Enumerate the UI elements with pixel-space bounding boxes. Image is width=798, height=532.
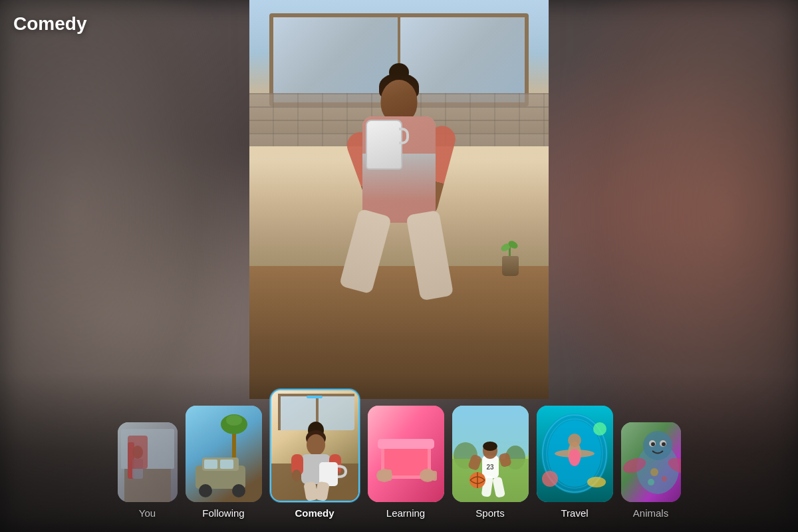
nav-label-following: Following [202,507,244,519]
svg-point-77 [651,442,655,446]
svg-point-69 [542,471,558,487]
svg-point-28 [292,469,301,481]
svg-rect-5 [132,459,143,479]
nav-thumb-following[interactable] [186,406,262,502]
nav-thumb-sports[interactable]: 23 [452,406,529,502]
svg-point-9 [226,415,242,426]
milk-jug-handle [399,128,409,144]
svg-rect-1 [121,429,174,469]
nav-thumb-for-you[interactable] [118,422,178,502]
nav-thumb-comedy[interactable] [270,389,360,502]
nav-items-container: You [104,389,694,519]
nav-item-learning[interactable]: Learning [368,406,444,519]
nav-item-following[interactable]: Following [186,406,262,519]
nav-label-animals: Animals [633,507,668,519]
nav-label-for-you: You [139,507,156,519]
svg-rect-15 [220,460,233,469]
vase [502,256,519,276]
svg-point-13 [232,484,245,497]
svg-point-81 [650,468,658,476]
svg-rect-44 [432,471,437,481]
svg-rect-40 [382,469,387,481]
svg-point-65 [568,434,581,447]
svg-point-4 [132,446,143,459]
center-video[interactable] [249,0,549,399]
nav-item-travel[interactable]: Travel [537,406,613,519]
leg-left [339,209,392,295]
nav-label-comedy: Comedy [295,507,334,519]
svg-rect-41 [387,469,392,481]
svg-rect-18 [278,394,281,430]
leg-right [406,210,454,301]
svg-rect-14 [204,460,217,469]
nav-thumb-travel[interactable] [537,406,613,502]
svg-point-83 [648,479,654,485]
video-scene [249,0,549,399]
svg-point-57 [483,442,497,451]
nav-item-comedy[interactable]: Comedy [270,389,360,519]
svg-point-70 [593,422,606,436]
nav-thumb-learning[interactable] [368,406,444,502]
svg-point-24 [307,434,325,456]
nav-label-learning: Learning [386,507,425,519]
active-indicator [307,396,323,398]
nav-label-travel: Travel [561,507,588,519]
nav-item-sports[interactable]: 23 Sports [452,406,529,519]
svg-point-12 [199,484,212,497]
nav-label-sports: Sports [475,507,504,519]
svg-rect-42 [423,469,428,481]
nav-thumb-animals[interactable] [621,422,681,502]
svg-point-71 [587,477,606,487]
svg-point-66 [569,449,581,466]
svg-point-82 [662,476,667,481]
bottom-navigation: You [0,372,798,532]
svg-rect-39 [378,471,382,481]
person-legs [359,213,439,306]
svg-rect-43 [428,469,432,481]
person [326,80,472,332]
active-category-title: Comedy [13,13,86,35]
svg-rect-36 [378,439,434,449]
svg-point-78 [662,442,666,446]
nav-item-animals[interactable]: Animals [621,422,681,519]
svg-text:23: 23 [486,464,494,471]
plant-decoration [499,239,522,276]
svg-point-74 [643,431,672,460]
milk-jug [366,120,402,170]
nav-item-for-you[interactable]: You [118,422,178,519]
